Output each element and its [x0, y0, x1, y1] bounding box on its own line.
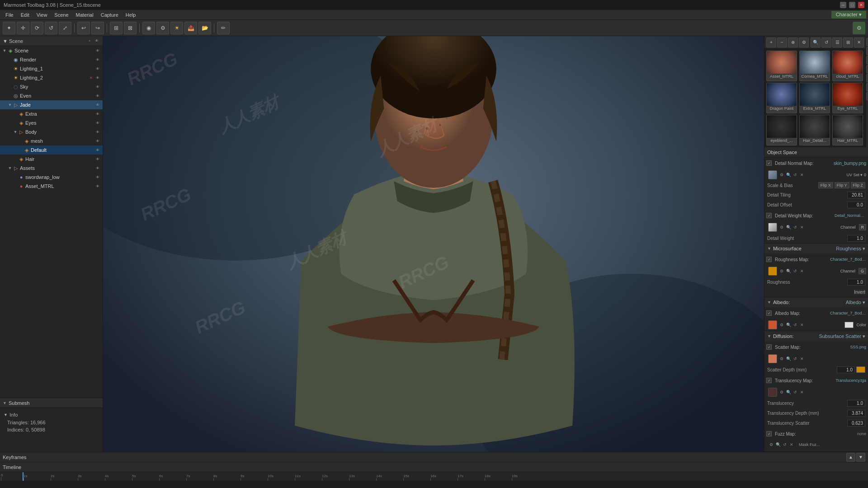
mat-thumb-hair[interactable]: Hair_MTRL [832, 115, 863, 145]
tree-item-body[interactable]: ▼ ▷ Body 👁 [0, 127, 103, 136]
weight-search[interactable]: 🔍 [785, 224, 792, 230]
tree-item-assetmtrl[interactable]: ● Asset_MTRL 👁 [0, 182, 103, 191]
close-button[interactable]: ✕ [858, 2, 864, 8]
invert-button[interactable]: Invert [854, 290, 865, 295]
albedo-color-swatch[interactable] [844, 322, 854, 328]
translucency-refresh[interactable]: ↺ [792, 389, 798, 395]
flip-x-btn[interactable]: Flip X [818, 182, 833, 188]
tool-settings-2[interactable]: ⚙ [853, 22, 865, 34]
translucency-settings[interactable]: ⚙ [778, 389, 785, 395]
scatter-check[interactable]: ✓ [766, 344, 772, 350]
roughness-settings[interactable]: ⚙ [778, 268, 785, 274]
scatter-settings[interactable]: ⚙ [778, 356, 785, 362]
scatter-depth-val[interactable]: 1.0 [837, 366, 855, 373]
mat-thumb-cornea[interactable]: Cornea_MTRL [799, 51, 830, 81]
fuzz-refresh[interactable]: ↺ [782, 441, 788, 448]
extra-eye[interactable]: 👁 [94, 111, 101, 117]
rt-grid[interactable]: ⊞ [843, 38, 853, 47]
fuzz-settings[interactable]: ⚙ [768, 441, 774, 448]
tool-rotate[interactable]: ↺ [45, 22, 57, 34]
albedo-settings[interactable]: ⚙ [778, 322, 785, 328]
detail-normal-thumb[interactable] [768, 170, 777, 179]
detail-normal-check[interactable]: ✓ [766, 160, 772, 166]
mat-thumb-eyeblend[interactable]: eyeblend_... [766, 115, 797, 145]
weight-clear[interactable]: ✕ [799, 224, 805, 230]
tree-item-jade[interactable]: ▼ ▷ Jade 👁 [0, 100, 103, 109]
assets-eye[interactable]: 👁 [94, 165, 101, 171]
tool-redo[interactable]: ↪ [91, 22, 104, 34]
roughness-search[interactable]: 🔍 [785, 268, 792, 274]
default-eye[interactable]: 👁 [94, 147, 101, 153]
detail-normal-settings[interactable]: ⚙ [778, 172, 785, 178]
detail-normal-refresh[interactable]: ↺ [792, 172, 798, 178]
scene-action-eye[interactable]: 👁 [94, 47, 101, 54]
weight-refresh[interactable]: ↺ [792, 224, 798, 230]
albedo-thumb[interactable] [768, 320, 777, 329]
tl-settings[interactable]: ▼ [856, 453, 865, 462]
rt-settings[interactable]: ⚙ [799, 38, 809, 47]
albedo-refresh[interactable]: ↺ [792, 322, 798, 328]
swordwrap-eye[interactable]: 👁 [94, 174, 101, 180]
scatter-depth-swatch[interactable] [856, 366, 865, 373]
render-action-eye[interactable]: 👁 [94, 56, 101, 63]
translucency-check[interactable]: ✓ [766, 378, 772, 383]
weight-map-check[interactable]: ✓ [766, 213, 772, 218]
character-button[interactable]: Character ▾ [831, 11, 866, 19]
tool-delete[interactable]: ⊠ [124, 22, 137, 34]
tool-orbit[interactable]: ⟳ [31, 22, 43, 34]
albedo-val[interactable]: Albedo ▾ [846, 300, 865, 305]
weight-settings[interactable]: ⚙ [778, 224, 785, 230]
right-icon-4[interactable]: ◈ [866, 65, 868, 73]
lighting2-delete[interactable]: ✕ [88, 75, 94, 81]
tool-render[interactable]: ◉ [142, 22, 155, 34]
submesh-header[interactable]: ▼ Submesh [0, 398, 103, 408]
weight-channel-val[interactable]: R [859, 224, 867, 230]
rt-dup[interactable]: ⊕ [788, 38, 798, 47]
tl-expand[interactable]: ▲ [846, 453, 855, 462]
albedo-check[interactable]: ✓ [766, 310, 772, 316]
tree-item-mesh[interactable]: ◈ mesh 👁 [0, 136, 103, 145]
rt-add[interactable]: + [766, 38, 776, 47]
roughness-refresh[interactable]: ↺ [792, 268, 798, 274]
translucency-search[interactable]: 🔍 [785, 389, 792, 395]
right-icon-1[interactable]: ☰ [866, 38, 868, 46]
mat-thumb-extra[interactable]: Extra_MTRL [799, 83, 830, 113]
detail-normal-clear[interactable]: ✕ [799, 172, 805, 178]
tree-item-swordwrap[interactable]: ● swordwrap_low 👁 [0, 173, 103, 182]
right-icon-3[interactable]: ⊞ [866, 56, 868, 64]
rt-remove[interactable]: − [777, 38, 787, 47]
tree-item-even[interactable]: ◎ Even 👁 [0, 91, 103, 100]
right-icon-7[interactable]: ✕ [866, 92, 868, 100]
maximize-button[interactable]: □ [849, 2, 855, 8]
tool-add[interactable]: ⊞ [110, 22, 123, 34]
mat-thumb-cloud[interactable]: cloud_MTRL [832, 51, 863, 81]
right-icon-6[interactable]: ↺ [866, 83, 868, 91]
translucency-thumb[interactable] [768, 388, 777, 397]
tool-scale[interactable]: ⤢ [59, 22, 71, 34]
assetmtrl-eye[interactable]: 👁 [94, 183, 101, 189]
menu-scene[interactable]: Scene [51, 11, 72, 19]
tool-undo[interactable]: ↩ [77, 22, 90, 34]
viewport[interactable]: RRCG 人人素材 RRCG 人人素材 RRCG 人人素材 RRCG [103, 36, 764, 452]
tree-item-lighting1[interactable]: ☀ Lighting_1 👁 [0, 64, 103, 73]
scatter-thumb[interactable] [768, 354, 777, 363]
detail-weight-val[interactable]: 1.0 [847, 235, 865, 242]
roughness-val[interactable]: 1.0 [847, 279, 865, 286]
rt-refresh[interactable]: ↺ [821, 38, 831, 47]
scatter-search[interactable]: 🔍 [785, 356, 792, 362]
hair-eye[interactable]: 👁 [94, 156, 101, 162]
weight-map-thumb[interactable] [768, 223, 777, 232]
menu-file[interactable]: File [2, 11, 17, 19]
tree-item-render[interactable]: ◉ Render 👁 [0, 55, 103, 64]
jade-eye[interactable]: 👁 [94, 102, 101, 108]
body-eye[interactable]: 👁 [94, 129, 101, 135]
roughness-thumb[interactable] [768, 267, 777, 276]
scatter-clear[interactable]: ✕ [799, 356, 805, 362]
menu-edit[interactable]: Edit [17, 11, 33, 19]
menu-help[interactable]: Help [122, 11, 140, 19]
sky-eye[interactable]: 👁 [94, 84, 101, 90]
scene-eye-btn[interactable]: 👁 [94, 38, 100, 44]
tree-item-scene[interactable]: ▼ ◈ Scene 👁 [0, 46, 103, 55]
rt-list[interactable]: ☰ [832, 38, 842, 47]
rt-close[interactable]: ✕ [854, 38, 864, 47]
